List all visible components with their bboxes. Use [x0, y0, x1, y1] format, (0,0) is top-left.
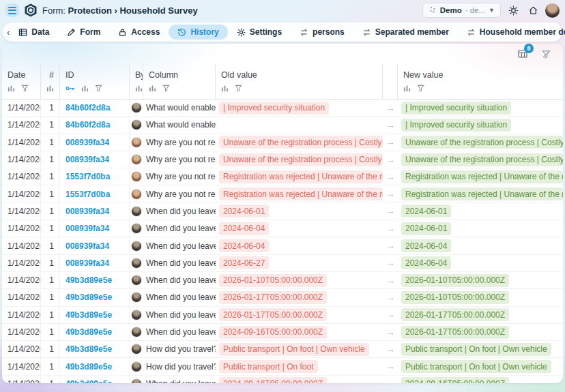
record-id-link[interactable]: 49b3d89e5e: [60, 376, 130, 383]
new-value-badge: | Improved security situation: [401, 102, 511, 115]
cell-question: When did you leave?: [143, 255, 216, 271]
cell-question: When did you leave?: [143, 237, 216, 254]
table-row[interactable]: 1/14/2026149b3d89e5eHow did you travel?P…: [2, 341, 563, 358]
sort-chart-icon[interactable]: [8, 85, 15, 92]
old-value-badge: 2024-06-01: [219, 205, 269, 217]
column-header-date: Date: [2, 64, 41, 99]
sort-chart-icon[interactable]: [149, 85, 156, 92]
table-row[interactable]: 1/14/20261008939fa34When did you leave?2…: [2, 203, 563, 220]
record-id-link[interactable]: 49b3d89e5e: [60, 324, 130, 340]
record-id-link[interactable]: 1553f7d0ba: [60, 185, 130, 202]
theme-toggle-button[interactable]: [506, 3, 521, 18]
tab-settings[interactable]: Settings: [228, 25, 291, 40]
cell-question: When did you leave?: [143, 324, 216, 340]
cell-new-value: Registration was rejected | Unaware of t…: [398, 185, 563, 202]
sort-chart-icon[interactable]: [135, 85, 143, 92]
tab-history[interactable]: History: [169, 25, 227, 40]
record-id-link[interactable]: 49b3d89e5e: [60, 341, 130, 357]
record-id-link[interactable]: 008939fa34: [60, 220, 130, 237]
table-row[interactable]: 1/14/202611553f7d0baWhy are you not regi…: [2, 168, 563, 185]
app-window: Form: Protection › Household Survey Demo…: [0, 0, 565, 392]
table-row[interactable]: 1/14/20261008939fa34When did you leave?2…: [2, 255, 563, 272]
tab-repeat-separated-member[interactable]: Separated member: [353, 25, 458, 40]
table-row[interactable]: 1/14/202611553f7d0baWhy are you not regi…: [2, 185, 563, 202]
new-value-badge: 2026-01-10T05:00:00.000Z: [401, 291, 509, 304]
record-id-link[interactable]: 1553f7d0ba: [60, 168, 130, 185]
record-id-link[interactable]: 84b60f2d8a: [60, 117, 130, 133]
form-tab-bar: ‹ Data Form Access History Settings: [3, 22, 562, 42]
org-switcher-button[interactable]: Demo · de... ▼: [422, 3, 501, 18]
cell-date: 1/14/2026: [2, 151, 41, 168]
cell-by: [130, 341, 143, 357]
table-row[interactable]: 1/14/2026149b3d89e5eWhen did you leave?2…: [2, 307, 563, 324]
cell-number: 1: [41, 151, 60, 168]
table-row[interactable]: 1/14/20261008939fa34Why are you not regi…: [2, 134, 563, 151]
column-header-new-value: New value: [398, 64, 563, 99]
table-row[interactable]: 1/14/20261008939fa34When did you leave?2…: [2, 237, 563, 254]
cell-date: 1/14/2026: [2, 100, 41, 116]
table-row[interactable]: 1/14/2026149b3d89e5eWhen did you leave?2…: [2, 324, 563, 341]
table-row[interactable]: 1/14/20261008939fa34When did you leave?2…: [2, 220, 563, 237]
record-id-link[interactable]: 008939fa34: [60, 203, 130, 220]
table-row[interactable]: 1/14/2026184b60f2d8aWhat would enable re…: [2, 100, 563, 117]
filter-icon[interactable]: [21, 85, 29, 92]
repeat-icon: [362, 28, 371, 37]
history-panel: 8 Date # ID By: [2, 44, 563, 383]
filter-icon[interactable]: [95, 85, 102, 92]
cell-date: 1/14/2026: [2, 272, 41, 288]
sort-chart-icon[interactable]: [81, 85, 89, 92]
record-id-link[interactable]: 49b3d89e5e: [60, 272, 130, 288]
record-id-link[interactable]: 49b3d89e5e: [60, 307, 130, 323]
filter-icon[interactable]: [235, 85, 242, 92]
history-icon: [177, 28, 186, 37]
old-value-badge: Registration was rejected | Unaware of t…: [219, 170, 383, 183]
table-row[interactable]: 1/14/20261008939fa34Why are you not regi…: [2, 151, 563, 168]
new-value-badge: 2026-01-17T05:00:00.000Z: [401, 326, 509, 339]
table-row[interactable]: 1/14/2026149b3d89e5eWhen did you leave?2…: [2, 376, 563, 383]
tab-data[interactable]: Data: [10, 25, 58, 40]
arrow-icon: →: [383, 117, 398, 133]
table-row[interactable]: 1/14/2026149b3d89e5eHow did you travel?P…: [2, 358, 563, 375]
new-value-badge: Registration was rejected | Unaware of t…: [401, 170, 563, 183]
tab-access[interactable]: Access: [109, 25, 169, 40]
hamburger-menu-button[interactable]: [5, 3, 19, 17]
filter-icon[interactable]: [162, 85, 170, 92]
clear-filters-button[interactable]: [540, 48, 552, 60]
record-id-link[interactable]: 008939fa34: [60, 237, 130, 254]
cell-number: 1: [41, 255, 60, 271]
cell-number: 1: [41, 289, 60, 305]
record-id-link[interactable]: 49b3d89e5e: [60, 358, 130, 374]
table-row[interactable]: 1/14/2026149b3d89e5eWhen did you leave?2…: [2, 289, 563, 306]
editor-avatar: [131, 292, 142, 303]
tab-form[interactable]: Form: [58, 25, 109, 40]
column-visibility-button[interactable]: 8: [517, 48, 529, 60]
new-value-badge: Public transport | On foot | Own vehicle: [401, 343, 551, 356]
record-id-link[interactable]: 84b60f2d8a: [60, 100, 130, 116]
kobo-logo: [24, 3, 38, 17]
cell-old-value: 2026-01-17T05:00:00.000Z: [216, 307, 383, 323]
sort-chart-icon[interactable]: [46, 85, 54, 92]
record-id-link[interactable]: 008939fa34: [60, 151, 130, 168]
repeat-icon: [300, 28, 308, 37]
record-id-link[interactable]: 49b3d89e5e: [60, 289, 130, 305]
user-avatar[interactable]: [545, 3, 560, 18]
tab-repeat-household-member-documentation[interactable]: Household member documentation: [458, 25, 565, 40]
record-id-link[interactable]: 008939fa34: [60, 255, 130, 271]
new-value-badge: 2024-06-04: [401, 256, 451, 269]
tab-repeat-persons[interactable]: persons: [291, 25, 353, 40]
filter-icon[interactable]: [417, 85, 424, 92]
sort-chart-icon[interactable]: [221, 85, 229, 92]
home-button[interactable]: [525, 3, 540, 18]
sort-chart-icon[interactable]: [403, 85, 411, 92]
editor-avatar: [131, 241, 142, 252]
editor-avatar: [131, 223, 142, 234]
table-row[interactable]: 1/14/2026149b3d89e5eWhen did you leave?2…: [2, 272, 563, 289]
record-id-link[interactable]: 008939fa34: [60, 134, 130, 151]
cell-number: 1: [41, 185, 60, 202]
cell-old-value: 2024-06-04: [216, 237, 383, 254]
table-row[interactable]: 1/14/2026184b60f2d8aWhat would enable re…: [2, 117, 563, 134]
arrow-icon: →: [383, 358, 398, 374]
cell-old-value: Unaware of the registration process | Co…: [216, 134, 383, 151]
old-value-badge: 2024-06-04: [219, 239, 269, 252]
cell-new-value: 2024-06-01: [398, 220, 563, 237]
